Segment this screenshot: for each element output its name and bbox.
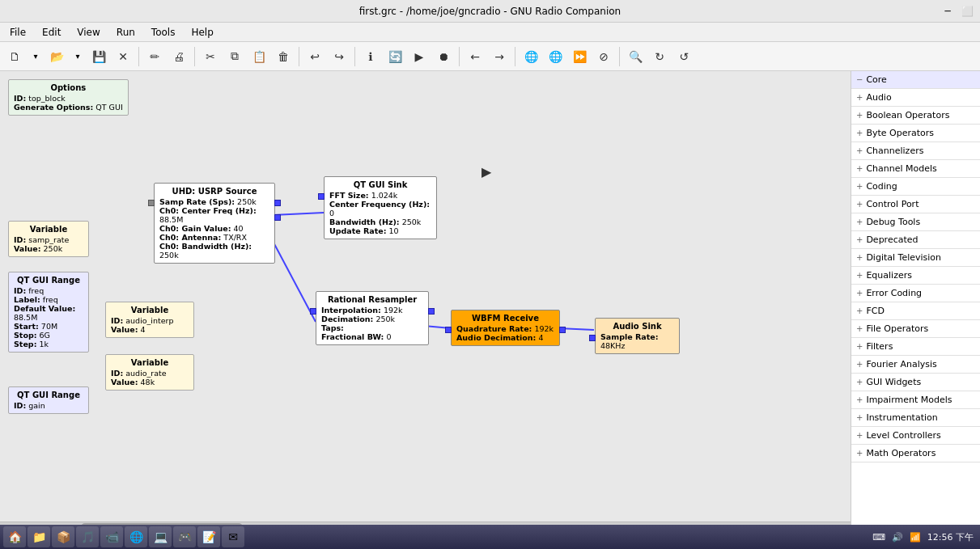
save-button[interactable]: 💾: [87, 45, 110, 68]
rp-section-coding-header[interactable]: + Coding: [851, 178, 980, 195]
close-button[interactable]: ✕: [112, 45, 134, 68]
block-qtguisink[interactable]: QT GUI Sink FFT Size: 1.024k Center Freq…: [324, 176, 437, 239]
nav-back[interactable]: ←: [464, 45, 486, 68]
block-wbfm[interactable]: WBFM Receive Quadrature Rate: 192k Audio…: [451, 310, 560, 346]
canvas-area[interactable]: ▶ Options ID: top_block Generate Options…: [0, 71, 851, 531]
block-variable3[interactable]: Variable ID: audio_rate Value: 48k: [105, 354, 194, 391]
rp-digital-television-toggle-icon: +: [856, 253, 863, 262]
rp-debug-tools-toggle-icon: +: [856, 217, 863, 226]
minimize-button[interactable]: ─: [941, 5, 954, 18]
rp-section-core-header[interactable]: − Core: [851, 71, 980, 88]
copy-button[interactable]: ⧉: [223, 45, 246, 68]
block-variable1-id: ID: samp_rate: [14, 235, 83, 244]
globe2-button[interactable]: 🌐: [544, 45, 566, 68]
rp-section-error-coding-header[interactable]: + Error Coding: [851, 285, 980, 302]
rp-section-channelizers-header[interactable]: + Channelizers: [851, 142, 980, 159]
taskbar-keyboard-icon: ⌨: [872, 532, 885, 543]
block-qtguirange1[interactable]: QT GUI Range ID: freq Label: freq Defaul…: [8, 272, 89, 353]
sep2: [194, 47, 195, 66]
menu-help[interactable]: Help: [185, 25, 219, 40]
noentry-button[interactable]: ⊘: [592, 45, 615, 68]
fastfwd-button[interactable]: ⏩: [568, 45, 591, 68]
rp-boolean-toggle-icon: +: [856, 111, 863, 120]
rp-section-impairment-models: + Impairment Models: [851, 391, 980, 409]
edit-button[interactable]: ✏: [143, 45, 166, 68]
taskbar-app-browser[interactable]: 🌐: [125, 526, 147, 547]
rp-section-debug-tools-header[interactable]: + Debug Tools: [851, 213, 980, 230]
menu-edit[interactable]: Edit: [36, 25, 67, 40]
taskbar-app-game[interactable]: 🎮: [173, 526, 196, 547]
rp-section-deprecated-header[interactable]: + Deprecated: [851, 231, 980, 248]
rp-section-file-operators-header[interactable]: + File Operators: [851, 320, 980, 337]
refresh-button[interactable]: ↻: [648, 45, 671, 68]
stop-button[interactable]: ⏺: [432, 45, 455, 68]
nav-forward[interactable]: →: [488, 45, 511, 68]
taskbar-app-files[interactable]: 📁: [28, 526, 50, 547]
print-button[interactable]: 🖨: [168, 45, 190, 68]
rp-section-error-coding: + Error Coding: [851, 285, 980, 302]
taskbar-app-home[interactable]: 🏠: [3, 526, 26, 547]
menu-run[interactable]: Run: [110, 25, 142, 40]
taskbar-app-video[interactable]: 📹: [100, 526, 123, 547]
rp-error-coding-label: Error Coding: [866, 288, 922, 298]
block-variable2-title: Variable: [111, 306, 189, 315]
rp-section-channel-models-header[interactable]: + Channel Models: [851, 160, 980, 177]
rp-section-impairment-models-header[interactable]: + Impairment Models: [851, 391, 980, 408]
rp-channel-models-toggle-icon: +: [856, 164, 863, 173]
taskbar-app-email[interactable]: ✉: [222, 526, 244, 547]
undo-button[interactable]: ↩: [303, 45, 326, 68]
block-qtguirange1-start: Start: 70M: [14, 322, 83, 331]
search-button[interactable]: 🔍: [624, 45, 647, 68]
info-button[interactable]: ℹ: [359, 45, 382, 68]
open-dropdown[interactable]: ▾: [70, 45, 86, 68]
block-uhd[interactable]: UHD: USRP Source Samp Rate (Sps): 250k C…: [154, 183, 275, 264]
taskbar-app-terminal[interactable]: 💻: [149, 526, 172, 547]
menu-view[interactable]: View: [70, 25, 106, 40]
taskbar-time: 12:56 下午: [927, 531, 974, 543]
redo-button[interactable]: ↪: [328, 45, 350, 68]
rp-impairment-models-label: Impairment Models: [866, 395, 952, 405]
block-qtguirange2[interactable]: QT GUI Range ID: gain: [8, 386, 89, 414]
rp-section-level-controllers: + Level Controllers: [851, 427, 980, 445]
new-dropdown[interactable]: ▾: [28, 45, 44, 68]
block-audiosink[interactable]: Audio Sink Sample Rate: 48KHz: [595, 318, 680, 354]
rp-section-math-operators-header[interactable]: + Math Operators: [851, 445, 980, 462]
cut-button[interactable]: ✂: [199, 45, 222, 68]
new-button[interactable]: 🗋: [3, 45, 26, 68]
rp-level-controllers-label: Level Controllers: [866, 430, 940, 441]
rp-deprecated-label: Deprecated: [866, 234, 918, 245]
maximize-button[interactable]: ⬜: [961, 5, 974, 18]
block-options[interactable]: Options ID: top_block Generate Options: …: [8, 79, 129, 116]
rp-section-digital-television-header[interactable]: + Digital Television: [851, 249, 980, 266]
rp-core-label: Core: [866, 74, 886, 85]
menubar: File Edit View Run Tools Help: [0, 23, 980, 42]
rp-section-byte-header[interactable]: + Byte Operators: [851, 125, 980, 141]
rp-section-fcd-header[interactable]: + FCD: [851, 302, 980, 319]
menu-tools[interactable]: Tools: [145, 25, 182, 40]
globe1-button[interactable]: 🌐: [520, 45, 542, 68]
rp-section-fourier-analysis: + Fourier Analysis: [851, 356, 980, 374]
block-variable2[interactable]: Variable ID: audio_interp Value: 4: [105, 302, 194, 338]
block-variable1[interactable]: Variable ID: samp_rate Value: 250k: [8, 221, 89, 257]
taskbar-app-package[interactable]: 📦: [52, 526, 74, 547]
rp-section-audio-header[interactable]: + Audio: [851, 89, 980, 106]
taskbar-app-music[interactable]: 🎵: [76, 526, 99, 547]
rp-gui-widgets-label: GUI Widgets: [866, 377, 921, 387]
delete-button[interactable]: 🗑: [272, 45, 295, 68]
taskbar-app-editor[interactable]: 📝: [197, 526, 220, 547]
menu-file[interactable]: File: [3, 25, 32, 40]
rp-section-equalizers-header[interactable]: + Equalizers: [851, 267, 980, 284]
rotate-button[interactable]: ↺: [672, 45, 695, 68]
rp-section-control-port-header[interactable]: + Control Port: [851, 196, 980, 213]
rp-section-filters-header[interactable]: + Filters: [851, 338, 980, 355]
reload-button[interactable]: 🔄: [384, 45, 406, 68]
run-button[interactable]: ▶: [408, 45, 431, 68]
rp-section-fourier-analysis-header[interactable]: + Fourier Analysis: [851, 356, 980, 373]
open-button[interactable]: 📂: [45, 45, 68, 68]
rp-section-boolean-header[interactable]: + Boolean Operators: [851, 107, 980, 124]
paste-button[interactable]: 📋: [248, 45, 270, 68]
rp-section-instrumentation-header[interactable]: + Instrumentation: [851, 409, 980, 426]
rp-section-gui-widgets-header[interactable]: + GUI Widgets: [851, 374, 980, 391]
block-rationalresampler[interactable]: Rational Resampler Interpolation: 192k D…: [316, 291, 429, 345]
rp-section-level-controllers-header[interactable]: + Level Controllers: [851, 427, 980, 444]
